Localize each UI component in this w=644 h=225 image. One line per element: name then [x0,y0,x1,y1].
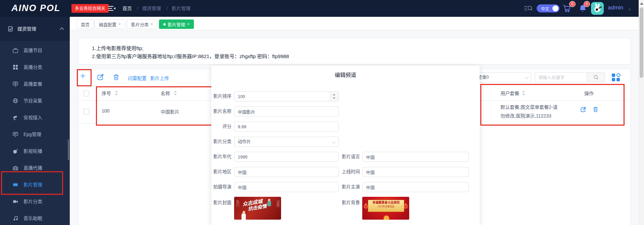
add-button[interactable]: + [80,71,86,81]
delete-button[interactable] [113,74,119,80]
cell-package-line1: 默认套餐,图文菜单套餐2-请 [500,103,557,110]
language-toggle[interactable]: 中文 [537,4,559,12]
number-spinner[interactable] [330,92,338,101]
sidebar-item-live-program[interactable]: 直播节目 [0,42,70,59]
sidebar-scrollbar-thumb[interactable] [68,139,69,160]
field-label-rating: 评分 [211,124,231,129]
sidebar-item-label: 影片管理 [23,176,42,193]
sidebar-item-label: 直播节目 [23,42,42,59]
tab-home[interactable]: 首页 [76,19,94,29]
search-button[interactable] [587,72,605,82]
breadcrumb-home[interactable]: 首页 [122,0,132,17]
field-label-name: 影片名称 [211,109,231,114]
radio-icon [13,165,18,172]
global-search-icon[interactable] [524,5,533,12]
director-input[interactable] [234,182,339,192]
tab-label: 影片分类 [131,21,149,28]
sidebar-item-label: 直播套餐 [23,76,42,92]
avatar[interactable] [591,2,604,15]
tab-film-management[interactable]: 影片管理 × [159,19,194,29]
film-upload-link[interactable]: 影片上传 [150,75,169,81]
field-label-director: 拍摄导演 [211,184,231,190]
sort-icon[interactable] [115,91,118,95]
sidebar-item-live-package[interactable]: 直播套餐 [0,76,70,92]
sidebar-item-film-management[interactable]: 影片管理 [0,176,70,193]
tab-disk-config[interactable]: 磁盘配置 × [95,19,125,29]
breadcrumb-separator: / [137,0,138,17]
layout-grid-icon[interactable] [611,73,621,82]
keyword-search-input[interactable] [535,72,587,82]
toggle-knob [552,5,558,11]
sidebar-item-label: Epg管理 [23,126,41,143]
cart-badge: 0 [569,1,576,7]
gold-scroll-panel: 幸福都是奋斗出来的 2023年也是如此 [368,200,404,212]
edit-button[interactable] [97,74,104,80]
chevron-up-icon [60,27,64,32]
sidebar-item-epg[interactable]: Epg管理 [0,126,70,143]
username[interactable]: admin [608,4,623,11]
category-select[interactable]: 动作片 [234,137,339,147]
sidebar-section-label: 媒资管理 [17,17,36,41]
column-header-name[interactable]: 名称 [161,90,170,96]
flash-config-link[interactable]: 闪雷配置 [128,75,147,81]
grid-icon [13,64,18,71]
rating-input[interactable] [234,122,339,132]
scroll-up-arrow[interactable] [640,2,643,5]
film-icon [13,182,18,189]
year-input[interactable] [234,152,339,162]
user-menu-caret-icon[interactable] [628,9,631,11]
breadcrumb-media[interactable]: 媒资管理 [142,0,161,17]
column-header-actions: 操作 [584,90,594,96]
sidebar-item-film-category[interactable]: 影片分类 [0,193,70,210]
sidebar-item-label: 直播代播 [23,160,42,176]
sidebar-item-live-relay[interactable]: 直播代播 [0,160,70,176]
tab-close-icon[interactable]: × [151,22,153,27]
sidebar-item-live-category[interactable]: 直播分类 [0,59,70,76]
column-header-package[interactable]: 用户套餐 [500,90,519,96]
carousel-icon [13,148,18,155]
tab-label: 影片管理 [168,21,185,28]
sort-icon[interactable] [174,91,177,95]
tab-label: 磁盘配置 [99,21,116,28]
background-poster-image[interactable]: 幸福都是奋斗出来的 2023年也是如此 [362,197,409,220]
modal-title: 编辑频道 [211,71,480,79]
tv-icon [13,48,18,54]
browser-scrollbar[interactable] [639,0,644,225]
chevron-down-icon [332,140,335,143]
sidebar-item-camera-access[interactable]: 安视接入 [0,109,70,126]
gateway-badge: 多业务综合网关 [71,4,109,13]
field-label-cover: 影片封面 [211,200,231,206]
cover-poster-image[interactable]: 我们 必胜 众志成城 抗击疫情 [234,197,281,220]
select-all-checkbox[interactable] [84,91,89,96]
top-header: AINO POL 多业务综合网关 首页 / 媒资管理 / 影片管理 中文 0 0… [0,0,644,17]
film-name-input[interactable] [234,106,339,117]
sidebar-item-program-capture[interactable]: 节目采集 [0,92,70,109]
chevron-down-icon [525,75,529,79]
row-delete-button[interactable] [593,107,598,112]
menu-collapse-icon[interactable] [108,5,116,11]
sidebar-section-media[interactable]: 媒资管理 [0,17,70,41]
sidebar-item-label: 影片分类 [23,193,42,210]
tab-close-icon[interactable]: × [187,22,190,27]
sidebar-item-video-carousel[interactable]: 影视轮播 [0,143,70,160]
edit-channel-modal: 编辑频道 影片排序 影片名称 评分 影片分类 动作片 影片年代 影片语言 影片地… [211,66,480,225]
region-input[interactable] [234,167,339,177]
cover-side-text-right: 必胜 [275,200,280,207]
column-header-index[interactable]: 序号 [102,90,111,96]
language-input[interactable] [362,152,469,162]
tab-close-icon[interactable]: × [118,22,121,27]
scrollbar-thumb[interactable] [640,7,643,78]
breadcrumb-current[interactable]: 影片管理 [172,0,191,17]
sort-icon[interactable] [522,91,525,95]
sidebar-item-label: 直播分类 [23,59,42,76]
monitor-icon [13,81,18,88]
sort-input[interactable] [234,91,339,101]
online-time-input[interactable] [362,167,469,177]
active-tab-dot [163,23,166,26]
tab-film-category[interactable]: 影片分类 × [127,19,157,29]
row-edit-button[interactable] [581,107,586,112]
sidebar-item-music-sleep[interactable]: 音乐助眠 [0,210,70,225]
starring-input[interactable] [362,182,469,192]
row-checkbox[interactable] [84,109,89,115]
epg-icon [13,132,18,138]
